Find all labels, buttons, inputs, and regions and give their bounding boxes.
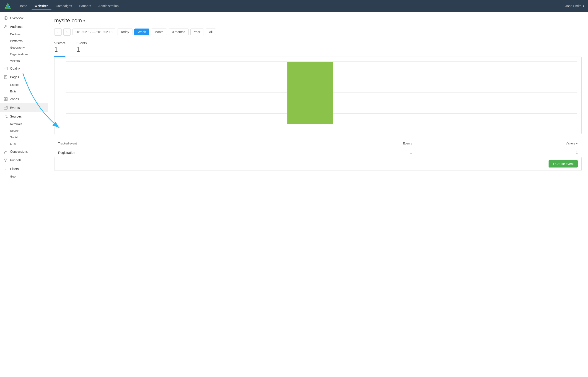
nav-items: Home Websites Campaigns Banners Administ… <box>15 2 565 10</box>
site-dropdown-icon[interactable]: ▾ <box>83 18 85 23</box>
prev-period-button[interactable]: ‹ <box>54 28 62 35</box>
events-label: Events <box>76 41 87 45</box>
svg-point-21 <box>5 115 6 116</box>
svg-line-8 <box>5 68 7 69</box>
events-table: Tracked event Events Visitors ▾ Registra… <box>54 139 582 157</box>
visitors-label: Visitors <box>54 41 66 45</box>
funnels-icon <box>4 158 8 162</box>
pages-icon <box>4 75 8 79</box>
sidebar-item-geography[interactable]: Geography <box>0 44 48 51</box>
svg-point-23 <box>6 117 7 118</box>
sidebar-label-quality: Quality <box>10 67 20 70</box>
sidebar-item-zones[interactable]: Zones <box>0 95 48 103</box>
stats-row: Visitors 1 Events 1 <box>54 41 582 57</box>
table-row: Registration 1 1 <box>55 148 582 157</box>
col-tracked-event: Tracked event <box>55 139 277 148</box>
logo-icon <box>4 2 11 10</box>
period-month-button[interactable]: Month <box>151 29 167 35</box>
nav-home[interactable]: Home <box>15 2 30 10</box>
sidebar-item-social[interactable]: Social <box>0 134 48 141</box>
user-name: John Smith <box>565 4 581 8</box>
sidebar-label-funnels: Funnels <box>10 158 22 162</box>
svg-point-4 <box>5 18 6 19</box>
period-today-button[interactable]: Today <box>117 29 133 35</box>
visitors-cell: 1 <box>416 148 582 157</box>
chart-area: 1 1 1 0 0 0 1 2019.02.14 <box>54 57 582 134</box>
create-event-button[interactable]: + Create event <box>549 160 578 167</box>
layout: Overview Audience Devices Platforms Geog… <box>0 12 588 377</box>
svg-rect-6 <box>4 67 7 70</box>
table-footer: + Create event <box>54 157 582 170</box>
sidebar-item-organizations[interactable]: Organizations <box>0 51 48 58</box>
sidebar-label-audience: Audience <box>10 25 23 29</box>
quality-icon <box>4 66 8 71</box>
sidebar-label-pages: Pages <box>10 75 19 79</box>
zones-icon <box>4 97 8 101</box>
visitors-stat[interactable]: Visitors 1 <box>54 41 66 57</box>
sidebar-item-events[interactable]: Events <box>0 103 48 112</box>
sidebar-item-filters[interactable]: Filters <box>0 165 48 173</box>
date-range-display: 2019.02.12 — 2019.02.18 <box>72 29 115 35</box>
sidebar-item-quality[interactable]: Quality <box>0 64 48 73</box>
audience-icon <box>4 25 8 29</box>
nav-websites[interactable]: Websites <box>31 2 52 10</box>
sidebar-item-referrals[interactable]: Referrals <box>0 121 48 127</box>
sidebar-label-filters: Filters <box>10 167 19 171</box>
sidebar-item-utm[interactable]: UTM <box>0 141 48 147</box>
visitors-value: 1 <box>54 46 66 53</box>
sidebar-item-overview[interactable]: Overview <box>0 14 48 22</box>
date-controls: ‹ › 2019.02.12 — 2019.02.18 Today Week M… <box>54 28 582 35</box>
nav-banners[interactable]: Banners <box>76 2 94 10</box>
next-period-button[interactable]: › <box>63 28 71 35</box>
period-year-button[interactable]: Year <box>190 29 204 35</box>
tracked-event-cell: Registration <box>55 148 277 157</box>
sidebar-label-events: Events <box>10 106 20 109</box>
filters-icon <box>4 167 8 171</box>
sidebar-item-geo[interactable]: Geo- <box>0 173 48 180</box>
sidebar-item-exits[interactable]: Exits <box>0 88 48 95</box>
logo <box>4 2 12 10</box>
chevron-down-icon: ▾ <box>583 4 584 8</box>
sidebar-item-conversions[interactable]: Conversions <box>0 147 48 156</box>
svg-rect-16 <box>6 99 7 101</box>
sort-icon: ▾ <box>576 142 578 145</box>
site-name: mysite.com <box>54 17 82 24</box>
sidebar-label-sources: Sources <box>10 115 22 118</box>
sidebar-item-funnels[interactable]: Funnels <box>0 156 48 165</box>
sidebar-label-overview: Overview <box>10 16 23 20</box>
nav-administration[interactable]: Administration <box>95 2 122 10</box>
col-visitors[interactable]: Visitors ▾ <box>416 139 582 148</box>
site-title-row: mysite.com ▾ <box>54 17 582 24</box>
period-all-button[interactable]: All <box>206 29 216 35</box>
sidebar-item-devices[interactable]: Devices <box>0 31 48 38</box>
sidebar-item-entries[interactable]: Entries <box>0 82 48 88</box>
overview-icon <box>4 16 8 20</box>
events-icon <box>4 106 8 110</box>
svg-rect-13 <box>4 97 5 99</box>
sidebar-item-search[interactable]: Search <box>0 127 48 134</box>
sidebar-item-sources[interactable]: Sources <box>0 112 48 121</box>
sidebar-item-platforms[interactable]: Platforms <box>0 38 48 44</box>
events-value: 1 <box>76 46 87 53</box>
period-3months-button[interactable]: 3 months <box>169 29 189 35</box>
top-navigation: Home Websites Campaigns Banners Administ… <box>0 0 588 12</box>
events-cell: 1 <box>276 148 416 157</box>
bar-chart: 1 1 1 0 0 0 1 2019.02.14 <box>66 61 577 125</box>
svg-line-25 <box>6 116 7 117</box>
svg-point-22 <box>4 117 5 118</box>
col-events: Events <box>276 139 416 148</box>
svg-rect-14 <box>6 97 7 99</box>
sidebar: Overview Audience Devices Platforms Geog… <box>0 12 48 377</box>
svg-rect-15 <box>4 99 5 101</box>
period-week-button[interactable]: Week <box>134 29 149 35</box>
sidebar-item-pages[interactable]: Pages <box>0 73 48 82</box>
svg-line-24 <box>5 116 5 117</box>
events-stat[interactable]: Events 1 <box>76 41 87 57</box>
nav-campaigns[interactable]: Campaigns <box>53 2 75 10</box>
user-menu[interactable]: John Smith ▾ <box>565 4 584 8</box>
sidebar-item-audience[interactable]: Audience <box>0 22 48 31</box>
sidebar-item-visitors[interactable]: Visitors <box>0 58 48 64</box>
conversions-icon <box>4 150 8 153</box>
main-content: mysite.com ▾ ‹ › 2019.02.12 — 2019.02.18… <box>48 12 588 377</box>
chart-bar <box>287 62 333 124</box>
